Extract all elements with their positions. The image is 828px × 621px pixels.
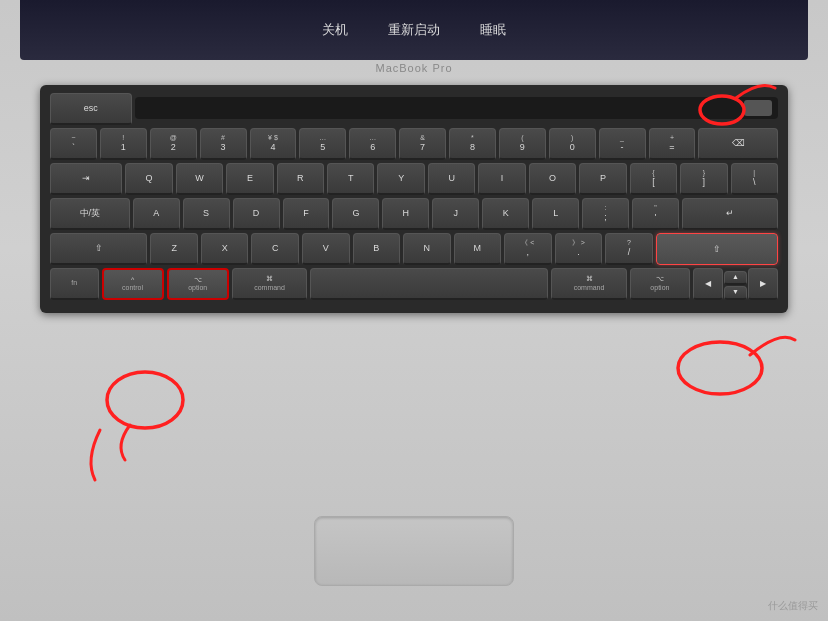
key-caps[interactable]: 中/英 — [50, 198, 130, 230]
key-8[interactable]: *8 — [449, 128, 496, 160]
key-n[interactable]: N — [403, 233, 451, 265]
key-4[interactable]: ¥ $4 — [250, 128, 297, 160]
key-fn[interactable]: fn — [50, 268, 99, 300]
key-k[interactable]: K — [482, 198, 529, 230]
key-9[interactable]: (9 — [499, 128, 546, 160]
key-space[interactable] — [310, 268, 548, 300]
key-f[interactable]: F — [283, 198, 330, 230]
key-1[interactable]: !1 — [100, 128, 147, 160]
key-option-left[interactable]: ⌥ option — [167, 268, 229, 300]
key-minus[interactable]: _- — [599, 128, 646, 160]
key-y[interactable]: Y — [377, 163, 424, 195]
key-s[interactable]: S — [183, 198, 230, 230]
key-w[interactable]: W — [176, 163, 223, 195]
key-shift-left[interactable]: ⇧ — [50, 233, 147, 265]
key-j[interactable]: J — [432, 198, 479, 230]
row-qwerty: ⇥ Q W E R T Y U I O P {[ }] |\ — [50, 163, 778, 195]
key-0[interactable]: )0 — [549, 128, 596, 160]
watermark: 什么值得买 — [768, 599, 818, 613]
key-backtick[interactable]: ~` — [50, 128, 97, 160]
key-u[interactable]: U — [428, 163, 475, 195]
key-q[interactable]: Q — [125, 163, 172, 195]
row-bottom: fn ^ control ⌥ option ⌘ command ⌘ comman… — [50, 268, 778, 300]
key-backslash[interactable]: |\ — [731, 163, 778, 195]
key-period[interactable]: 》 >. — [555, 233, 603, 265]
key-bracket-r[interactable]: }] — [680, 163, 727, 195]
key-arrow-up[interactable]: ▲ — [724, 271, 748, 285]
key-quote[interactable]: "' — [632, 198, 679, 230]
key-c[interactable]: C — [251, 233, 299, 265]
key-7[interactable]: &7 — [399, 128, 446, 160]
key-a[interactable]: A — [133, 198, 180, 230]
key-bracket-l[interactable]: {[ — [630, 163, 677, 195]
key-z[interactable]: Z — [150, 233, 198, 265]
row-asdf: 中/英 A S D F G H J K L :; "' ↵ — [50, 198, 778, 230]
screen-menu: 关机 重新启动 睡眠 — [322, 21, 506, 39]
row-zxcv: ⇧ Z X C V B N M 《 <, 》 >. ?/ ⇧ — [50, 233, 778, 265]
touch-bar-end — [744, 100, 772, 116]
key-esc[interactable]: esc — [50, 93, 132, 125]
laptop-body: 关机 重新启动 睡眠 MacBook Pro esc ~` !1 @2 #3 ¥… — [0, 0, 828, 621]
trackpad[interactable] — [314, 516, 514, 586]
key-arrow-left[interactable]: ◀ — [693, 268, 723, 300]
key-slash[interactable]: ?/ — [605, 233, 653, 265]
key-comma[interactable]: 《 <, — [504, 233, 552, 265]
menu-shutdown: 关机 — [322, 21, 348, 39]
key-command-right[interactable]: ⌘ command — [551, 268, 627, 300]
key-e[interactable]: E — [226, 163, 273, 195]
key-backspace[interactable]: ⌫ — [698, 128, 778, 160]
key-m[interactable]: M — [454, 233, 502, 265]
row-number: ~` !1 @2 #3 ¥ $4 …5 …6 &7 *8 (9 )0 _- +=… — [50, 128, 778, 160]
key-arrow-down[interactable]: ▼ — [724, 286, 748, 300]
key-command-left[interactable]: ⌘ command — [232, 268, 308, 300]
key-semicolon[interactable]: :; — [582, 198, 629, 230]
key-l[interactable]: L — [532, 198, 579, 230]
key-arrow-right[interactable]: ▶ — [748, 268, 778, 300]
keyboard-container: esc ~` !1 @2 #3 ¥ $4 …5 …6 &7 *8 (9 )0 _… — [40, 85, 788, 313]
key-p[interactable]: P — [579, 163, 626, 195]
key-tab[interactable]: ⇥ — [50, 163, 122, 195]
key-b[interactable]: B — [353, 233, 401, 265]
key-return[interactable]: ↵ — [682, 198, 778, 230]
screen-area: 关机 重新启动 睡眠 — [20, 0, 808, 60]
trackpad-area — [0, 516, 828, 586]
key-i[interactable]: I — [478, 163, 525, 195]
key-x[interactable]: X — [201, 233, 249, 265]
key-g[interactable]: G — [332, 198, 379, 230]
touchbar-row: esc — [50, 93, 778, 125]
touch-bar[interactable] — [135, 97, 778, 119]
key-control[interactable]: ^ control — [102, 268, 164, 300]
key-d[interactable]: D — [233, 198, 280, 230]
key-equal[interactable]: += — [649, 128, 696, 160]
key-3[interactable]: #3 — [200, 128, 247, 160]
key-t[interactable]: T — [327, 163, 374, 195]
key-2[interactable]: @2 — [150, 128, 197, 160]
key-r[interactable]: R — [277, 163, 324, 195]
key-5[interactable]: …5 — [299, 128, 346, 160]
macbook-label: MacBook Pro — [0, 62, 828, 74]
menu-restart: 重新启动 — [388, 21, 440, 39]
key-6[interactable]: …6 — [349, 128, 396, 160]
key-o[interactable]: O — [529, 163, 576, 195]
menu-sleep: 睡眠 — [480, 21, 506, 39]
key-shift-right[interactable]: ⇧ — [656, 233, 778, 265]
key-v[interactable]: V — [302, 233, 350, 265]
key-h[interactable]: H — [382, 198, 429, 230]
key-option-right[interactable]: ⌥ option — [630, 268, 690, 300]
